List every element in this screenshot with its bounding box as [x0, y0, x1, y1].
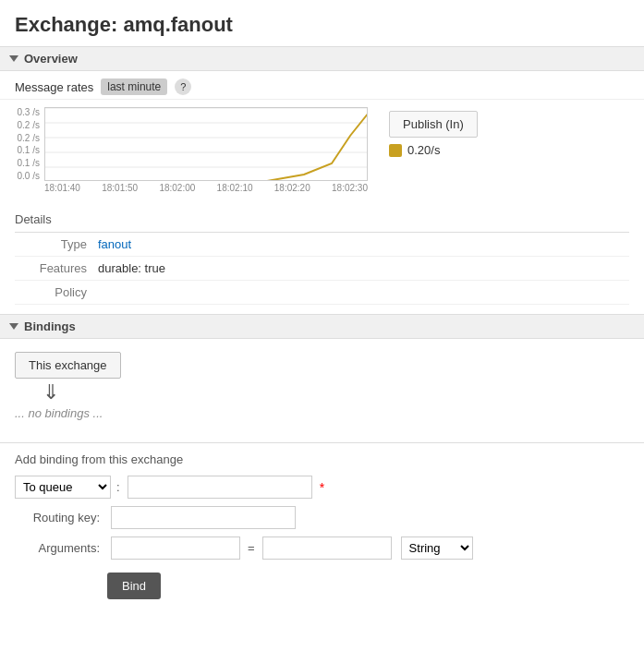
- y-label-5: 0.1 /s: [15, 158, 40, 168]
- publish-button[interactable]: Publish (In): [389, 111, 478, 138]
- routing-key-row: Routing key:: [15, 506, 629, 529]
- bindings-collapse-icon[interactable]: [9, 323, 18, 330]
- routing-key-label: Routing key:: [15, 511, 107, 524]
- overview-label: Overview: [24, 52, 78, 66]
- page-title: Exchange: amq.fanout: [0, 0, 644, 46]
- chart-x-labels: 18:01:40 18:01:50 18:02:00 18:02:10 18:0…: [44, 183, 368, 193]
- arguments-key-input[interactable]: [111, 536, 240, 560]
- no-bindings-label: ... no bindings ...: [15, 406, 629, 420]
- routing-key-input[interactable]: [111, 506, 296, 529]
- arrow-down-icon: ⇓: [43, 382, 629, 403]
- chart-y-labels: 0.3 /s 0.2 /s 0.2 /s 0.1 /s 0.1 /s 0.0 /…: [15, 107, 43, 181]
- x-label-5: 18:02:20: [274, 183, 310, 193]
- message-rates-label: Message rates: [15, 80, 93, 94]
- details-table: Type fanout Features durable: true Polic…: [15, 232, 629, 305]
- title-name: amq.fanout: [123, 13, 233, 36]
- chart-container: 0.3 /s 0.2 /s 0.2 /s 0.1 /s 0.1 /s 0.0 /…: [15, 107, 371, 199]
- x-label-6: 18:02:30: [332, 183, 368, 193]
- title-prefix: Exchange:: [15, 13, 117, 36]
- chart-area: 0.3 /s 0.2 /s 0.2 /s 0.1 /s 0.1 /s 0.0 /…: [0, 100, 644, 203]
- arguments-val-input[interactable]: [262, 536, 392, 560]
- colon-label: :: [116, 480, 120, 494]
- time-filter-badge[interactable]: last minute: [101, 78, 167, 95]
- add-binding-title: Add binding from this exchange: [15, 452, 629, 466]
- x-label-2: 18:01:50: [102, 183, 138, 193]
- type-select[interactable]: String Number Boolean: [401, 536, 473, 560]
- details-row-policy: Policy: [15, 281, 629, 305]
- bind-button[interactable]: Bind: [107, 573, 161, 599]
- details-key-type: Type: [15, 237, 98, 251]
- details-row-features: Features durable: true: [15, 257, 629, 281]
- x-label-3: 18:02:00: [159, 183, 195, 193]
- details-val-type: fanout: [98, 237, 131, 251]
- x-label-4: 18:02:10: [217, 183, 253, 193]
- to-queue-select[interactable]: To queue To exchange: [15, 476, 111, 499]
- rate-display: 0.20/s: [389, 143, 440, 157]
- y-label-1: 0.3 /s: [15, 107, 40, 117]
- bindings-label: Bindings: [24, 319, 76, 333]
- equals-sign: =: [248, 541, 255, 555]
- details-key-policy: Policy: [15, 285, 98, 299]
- publish-area: Publish (In) 0.20/s: [389, 111, 478, 157]
- arguments-label: Arguments:: [15, 541, 107, 555]
- message-rates-bar: Message rates last minute ?: [0, 71, 644, 100]
- details-val-features: durable: true: [98, 261, 165, 275]
- add-binding-section: Add binding from this exchange To queue …: [0, 442, 644, 614]
- overview-collapse-icon[interactable]: [9, 55, 18, 62]
- rate-value: 0.20/s: [407, 143, 440, 157]
- y-label-2: 0.2 /s: [15, 120, 40, 130]
- rate-dot-icon: [389, 144, 402, 157]
- help-badge[interactable]: ?: [175, 78, 191, 95]
- chart-svg: [44, 107, 368, 181]
- details-key-features: Features: [15, 261, 98, 275]
- overview-section-header: Overview: [0, 46, 644, 71]
- details-row-type: Type fanout: [15, 233, 629, 257]
- details-section: Details Type fanout Features durable: tr…: [0, 203, 644, 314]
- y-label-3: 0.2 /s: [15, 133, 40, 143]
- details-title: Details: [15, 212, 629, 226]
- bindings-content: This exchange ⇓ ... no bindings ...: [0, 339, 644, 433]
- required-star: *: [320, 480, 324, 495]
- y-label-6: 0.0 /s: [15, 171, 40, 181]
- queue-name-input[interactable]: [128, 476, 312, 499]
- arguments-row: Arguments: = String Number Boolean: [15, 536, 629, 560]
- to-queue-row: To queue To exchange : *: [15, 476, 629, 499]
- bindings-section-header: Bindings: [0, 314, 644, 339]
- this-exchange-button[interactable]: This exchange: [15, 352, 121, 379]
- y-label-4: 0.1 /s: [15, 145, 40, 155]
- x-label-1: 18:01:40: [44, 183, 80, 193]
